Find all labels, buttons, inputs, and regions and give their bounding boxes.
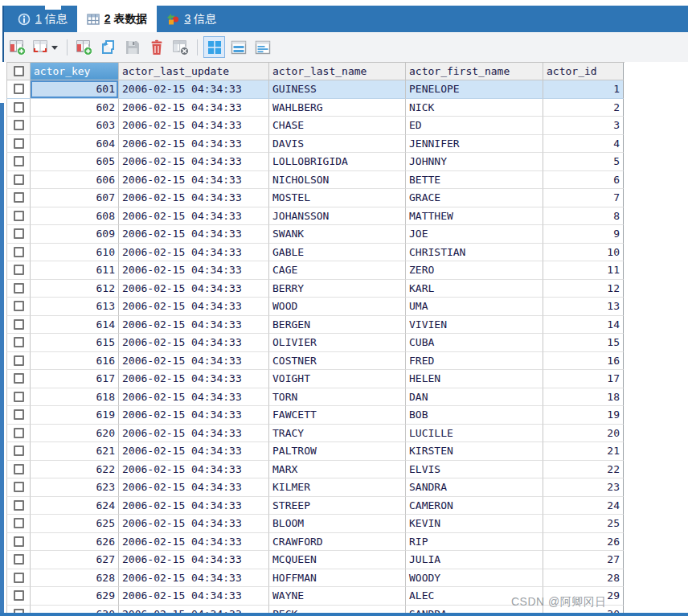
column-header-actor_first_name[interactable]: actor_first_name [406,63,543,80]
cell-actor_last_update[interactable]: 2006-02-15 04:34:33 [119,244,269,262]
cell-actor_first_name[interactable]: SANDRA [406,478,543,497]
row-checkbox-cell[interactable] [6,99,31,117]
cell-actor_id[interactable]: 20 [543,425,624,443]
cell-actor_first_name[interactable]: ELVIS [406,461,543,479]
cell-actor_id[interactable]: 27 [543,551,624,569]
table-row[interactable]: 6222006-02-15 04:34:33MARXELVIS22 [6,461,625,479]
cell-actor_key[interactable]: 617 [31,370,119,388]
cell-actor_key[interactable]: 605 [31,153,119,171]
row-checkbox[interactable] [14,283,24,294]
cell-actor_key[interactable]: 622 [31,461,119,479]
table-row[interactable]: 6252006-02-15 04:34:33BLOOMKEVIN25 [6,515,625,533]
cell-actor_key[interactable]: 628 [31,569,119,588]
table-row[interactable]: 6262006-02-15 04:34:33CRAWFORDRIP26 [6,533,625,552]
cell-actor_key[interactable]: 611 [31,261,119,280]
cell-actor_key[interactable]: 625 [31,515,119,533]
cell-actor_first_name[interactable]: LUCILLE [406,425,543,443]
cell-actor_first_name[interactable]: VIVIEN [406,316,543,335]
row-checkbox-cell[interactable] [6,388,31,407]
table-row[interactable]: 6282006-02-15 04:34:33HOFFMANWOODY28 [6,569,625,588]
cell-actor_first_name[interactable]: MATTHEW [406,207,543,226]
row-checkbox-cell[interactable] [6,515,31,533]
table-row[interactable]: 6162006-02-15 04:34:33COSTNERFRED16 [6,352,625,371]
cell-actor_last_name[interactable]: KILMER [269,478,406,497]
cell-actor_key[interactable]: 624 [31,497,119,515]
cell-actor_last_update[interactable]: 2006-02-15 04:34:33 [119,388,269,407]
cell-actor_last_update[interactable]: 2006-02-15 04:34:33 [119,515,269,533]
row-checkbox[interactable] [14,319,24,330]
cell-actor_last_name[interactable]: MOSTEL [269,189,406,207]
row-checkbox-cell[interactable] [6,171,31,190]
row-checkbox-cell[interactable] [6,497,31,515]
cell-actor_last_name[interactable]: OLIVIER [269,334,406,352]
cell-actor_last_name[interactable]: CRAWFORD [269,533,406,552]
cell-actor_last_name[interactable]: GABLE [269,244,406,262]
cell-actor_last_update[interactable]: 2006-02-15 04:34:33 [119,171,269,190]
view-text-button[interactable] [252,36,273,58]
cell-actor_first_name[interactable]: ZERO [406,261,543,280]
cell-actor_id[interactable]: 16 [543,352,624,371]
cell-actor_key[interactable]: 612 [31,280,119,298]
row-checkbox-cell[interactable] [6,244,31,262]
cell-actor_key[interactable]: 603 [31,117,119,135]
row-checkbox[interactable] [14,482,24,492]
row-checkbox-cell[interactable] [6,370,31,388]
table-row[interactable]: 6072006-02-15 04:34:33MOSTELGRACE7 [6,189,625,207]
cell-actor_first_name[interactable]: NICK [406,99,543,117]
table-row[interactable]: 6182006-02-15 04:34:33TORNDAN18 [6,388,625,407]
row-checkbox-cell[interactable] [6,153,31,171]
cell-actor_key[interactable]: 616 [31,352,119,371]
table-row[interactable]: 6272006-02-15 04:34:33MCQUEENJULIA27 [6,551,625,569]
cell-actor_key[interactable]: 607 [31,189,119,207]
cell-actor_id[interactable]: 12 [543,280,624,298]
cell-actor_first_name[interactable]: CUBA [406,334,543,352]
row-checkbox-cell[interactable] [6,117,31,135]
table-row[interactable]: 6152006-02-15 04:34:33OLIVIERCUBA15 [6,334,625,352]
cell-actor_last_name[interactable]: NICHOLSON [269,171,406,190]
cell-actor_id[interactable]: 2 [543,99,624,117]
view-form-button[interactable] [227,36,249,58]
cell-actor_id[interactable]: 25 [543,515,624,533]
cell-actor_id[interactable]: 6 [543,171,624,190]
table-row[interactable]: 6092006-02-15 04:34:33SWANKJOE9 [6,225,625,244]
cell-actor_first_name[interactable]: GRACE [406,189,543,207]
cell-actor_id[interactable]: 28 [543,569,624,588]
cell-actor_last_name[interactable]: GUINESS [269,80,406,99]
table-row[interactable]: 6132006-02-15 04:34:33WOODUMA13 [6,298,625,316]
cell-actor_first_name[interactable]: ALEC [406,587,543,606]
cell-actor_last_update[interactable]: 2006-02-15 04:34:33 [119,153,269,171]
row-checkbox-cell[interactable] [6,261,31,280]
table-row[interactable]: 6112006-02-15 04:34:33CAGEZERO11 [6,261,625,280]
row-checkbox[interactable] [14,392,24,402]
cell-actor_last_name[interactable]: WAYNE [269,587,406,606]
table-row[interactable]: 6142006-02-15 04:34:33BERGENVIVIEN14 [6,316,625,335]
row-checkbox-cell[interactable] [6,461,31,479]
cell-actor_id[interactable]: 8 [543,207,624,226]
row-checkbox[interactable] [14,409,24,420]
cell-actor_id[interactable]: 29 [543,587,624,606]
cell-actor_first_name[interactable]: JOHNNY [406,153,543,171]
cell-actor_last_name[interactable]: MCQUEEN [269,551,406,569]
save-button[interactable] [121,36,143,58]
table-row[interactable]: 6102006-02-15 04:34:33GABLECHRISTIAN10 [6,244,625,262]
cell-actor_id[interactable]: 23 [543,478,624,497]
insert-record-button[interactable] [73,36,95,58]
row-checkbox[interactable] [14,554,24,565]
row-checkbox[interactable] [14,428,24,438]
row-checkbox-cell[interactable] [6,478,31,497]
cell-actor_last_name[interactable]: HOFFMAN [269,569,406,588]
cell-actor_last_name[interactable]: MARX [269,461,406,479]
row-checkbox[interactable] [14,301,24,311]
row-checkbox-cell[interactable] [6,334,31,352]
cell-actor_last_update[interactable]: 2006-02-15 04:34:33 [119,497,269,515]
cell-actor_id[interactable]: 10 [543,244,624,262]
cell-actor_last_update[interactable]: 2006-02-15 04:34:33 [119,478,269,497]
refresh-record-button[interactable] [97,36,119,58]
row-checkbox[interactable] [14,156,24,166]
table-row[interactable]: 6242006-02-15 04:34:33STREEPCAMERON24 [6,497,625,515]
cell-actor_last_name[interactable]: JOHANSSON [269,207,406,226]
table-row[interactable]: 6192006-02-15 04:34:33FAWCETTBOB19 [6,406,625,425]
cell-actor_key[interactable]: 606 [31,171,119,190]
cell-actor_id[interactable]: 11 [543,261,624,280]
row-checkbox-cell[interactable] [6,352,31,371]
